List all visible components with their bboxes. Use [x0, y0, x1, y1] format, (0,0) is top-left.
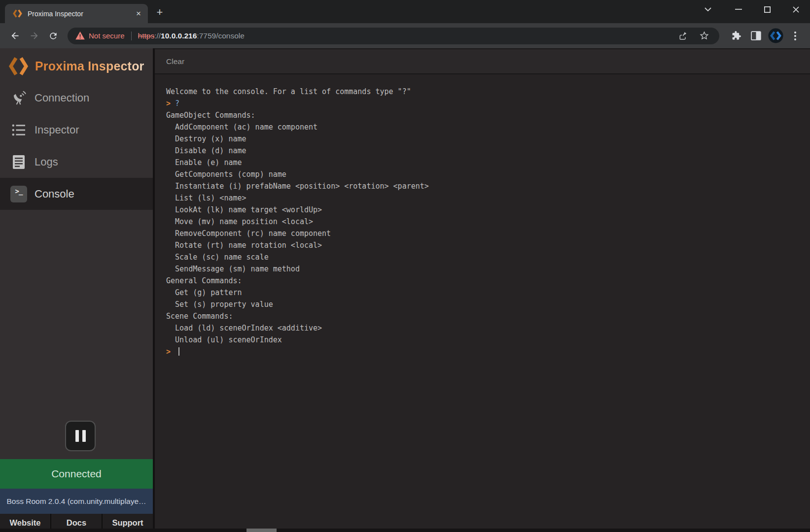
tab-search-chevron-icon[interactable]	[701, 2, 715, 16]
console-line: Rotate (rt) name rotation <local>	[166, 239, 805, 251]
url-path: :7759/console	[197, 32, 245, 40]
prompt-symbol: >	[166, 99, 175, 108]
console-line: Instantiate (i) prefabName <position> <r…	[166, 180, 805, 192]
sidebar-item-label: Inspector	[35, 124, 79, 136]
console-line: Set (s) property value	[166, 299, 805, 310]
sidebar-item-label: Connection	[35, 92, 89, 104]
not-secure-label: Not secure	[89, 32, 125, 40]
not-secure-warning-icon	[75, 32, 85, 40]
pause-button[interactable]	[65, 421, 96, 451]
proxima-extension-icon[interactable]	[768, 28, 783, 44]
address-bar[interactable]: Not secure https://10.0.0.216:7759/conso…	[68, 28, 719, 44]
console-line: RemoveComponent (rc) name component	[166, 228, 805, 239]
sidebar: Proxima Inspector Connection	[0, 48, 153, 532]
reload-button[interactable]	[45, 28, 61, 44]
sidebar-item-logs[interactable]: Logs	[0, 146, 153, 178]
connection-status-label: Connected	[51, 468, 102, 480]
tab-close-icon[interactable]: ×	[134, 9, 143, 18]
console-line[interactable]: >	[166, 346, 805, 358]
console-line: General Commands:	[166, 275, 805, 287]
sidebar-item-console[interactable]: >_ Console	[0, 178, 153, 210]
sidebar-item-connection[interactable]: Connection	[0, 82, 153, 114]
proxima-favicon-icon	[13, 9, 22, 18]
tab-title: Proxima Inspector	[28, 10, 134, 18]
close-button[interactable]	[788, 2, 803, 16]
text-cursor	[178, 347, 179, 356]
console-pane: Clear Welcome to the console. For a list…	[155, 48, 810, 532]
sidebar-item-label: Logs	[35, 156, 58, 168]
console-line: Move (mv) name position <local>	[166, 216, 805, 228]
url-separator	[131, 32, 132, 40]
url-host: 10.0.0.216	[161, 32, 197, 40]
document-lines-icon	[9, 155, 28, 169]
connection-status-badge: Connected	[0, 459, 153, 489]
forward-button[interactable]	[26, 28, 42, 44]
console-line: Destroy (x) name	[166, 133, 805, 145]
terminal-icon: >_	[9, 186, 28, 202]
browser-tab[interactable]: Proxima Inspector ×	[5, 4, 148, 23]
console-line: Unload (ul) sceneOrIndex	[166, 334, 805, 346]
maximize-button[interactable]	[760, 2, 775, 16]
project-info-label: Boss Room 2.0.4 (com.unity.multiplaye…	[6, 497, 146, 506]
bookmark-star-icon[interactable]	[697, 29, 711, 43]
console-line: Scene Commands:	[166, 310, 805, 322]
entered-command: ?	[175, 99, 179, 108]
console-toolbar: Clear	[155, 48, 810, 74]
console-line: > ?	[166, 98, 805, 109]
minimize-button[interactable]	[731, 2, 746, 16]
tab-strip: Proxima Inspector × +	[0, 0, 810, 23]
console-line: Enable (e) name	[166, 157, 805, 168]
bulleted-list-icon	[9, 124, 28, 136]
url-scheme-suffix: ://	[154, 32, 161, 40]
sidebar-item-inspector[interactable]: Inspector	[0, 114, 153, 146]
app-title: Proxima Inspector	[35, 59, 144, 73]
side-panel-icon[interactable]	[748, 28, 764, 44]
prompt-symbol: >	[166, 347, 175, 356]
browser-toolbar: Not secure https://10.0.0.216:7759/conso…	[0, 23, 810, 48]
url-scheme: https	[138, 32, 155, 40]
console-line: SendMessage (sm) name method	[166, 263, 805, 275]
back-button[interactable]	[7, 28, 23, 44]
extensions-puzzle-icon[interactable]	[728, 28, 744, 44]
console-line: Scale (sc) name scale	[166, 251, 805, 263]
sidebar-nav: Connection Inspector	[0, 82, 153, 210]
console-line: LookAt (lk) name target <worldUp>	[166, 204, 805, 216]
horizontal-scrollbar-thumb[interactable]	[247, 529, 277, 532]
project-info-bar: Boss Room 2.0.4 (com.unity.multiplaye…	[0, 489, 153, 514]
satellite-dish-icon	[9, 90, 28, 105]
pause-icon	[75, 430, 79, 442]
url-text: https://10.0.0.216:7759/console	[138, 32, 245, 40]
new-tab-button[interactable]: +	[154, 7, 166, 19]
console-line: AddComponent (ac) name component	[166, 121, 805, 133]
console-line: Load (ld) sceneOrIndex <additive>	[166, 322, 805, 334]
console-line: Disable (d) name	[166, 145, 805, 157]
proxima-logo-icon	[8, 56, 29, 76]
browser-window: Proxima Inspector × +	[0, 0, 810, 532]
console-line: GameObject Commands:	[166, 109, 805, 121]
console-line: Get (g) pattern	[166, 287, 805, 299]
clear-button[interactable]: Clear	[166, 57, 184, 66]
console-line: GetComponents (comp) name	[166, 168, 805, 180]
console-line: Welcome to the console. For a list of co…	[166, 86, 805, 98]
share-icon[interactable]	[676, 29, 691, 43]
console-output[interactable]: Welcome to the console. For a list of co…	[155, 74, 810, 358]
horizontal-scrollbar[interactable]	[0, 529, 810, 532]
browser-menu-kebab-icon[interactable]	[787, 28, 803, 44]
console-line: List (ls) <name>	[166, 192, 805, 204]
sidebar-item-label: Console	[35, 188, 74, 200]
app-logo: Proxima Inspector	[0, 48, 153, 77]
app-area: Proxima Inspector Connection	[0, 48, 810, 532]
